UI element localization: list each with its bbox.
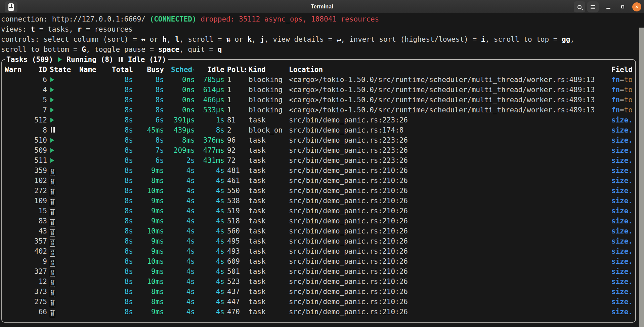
cell-kind: task <box>249 267 286 276</box>
duration-value: 4s <box>186 207 195 215</box>
task-row[interactable]: 27223EB8s10ms4s4s550tasksrc/bin/demo_pan… <box>5 186 633 196</box>
task-row[interactable]: 923EB8s10ms4s4s609tasksrc/bin/demo_panic… <box>5 256 633 266</box>
column-header-sched[interactable]: Sched▵ <box>167 66 195 74</box>
cell-state <box>50 76 77 84</box>
column-header-fields[interactable]: Field <box>606 66 633 74</box>
cell-id: 83 <box>31 217 47 225</box>
cell-id: 15 <box>31 207 47 215</box>
cell-id: 357 <box>31 237 47 245</box>
field-segment: size. <box>611 116 633 124</box>
idle-missing-glyph-icon: 23EB <box>50 310 55 317</box>
column-header-total[interactable]: Total <box>103 66 133 74</box>
column-header-label: ID <box>39 66 47 74</box>
cell-polls: 523 <box>227 278 246 286</box>
task-row[interactable]: 58s8s0ns466µs1blocking<cargo>/tokio-1.50… <box>5 95 633 105</box>
column-header-warn[interactable]: Warn <box>5 66 28 74</box>
terminal-scrollbar[interactable] <box>639 28 644 327</box>
column-header-polls[interactable]: Polls <box>227 66 246 74</box>
idle-missing-glyph-icon: 23EB <box>50 199 55 206</box>
task-row[interactable]: 35923EB8s9ms4s4s481tasksrc/bin/demo_pani… <box>5 166 633 176</box>
field-segment: = <box>620 106 624 114</box>
task-row[interactable]: 68s8s0ns705µs1blocking<cargo>/tokio-1.50… <box>5 75 633 85</box>
task-row[interactable]: 1523EB8s9ms4s4s519tasksrc/bin/demo_panic… <box>5 206 633 216</box>
close-button[interactable]: ✕ <box>632 2 641 11</box>
duration-value: 209ms <box>174 146 195 154</box>
cell-fields: fn=to <box>606 86 633 94</box>
task-row[interactable]: 35723EB8s9ms4s4s495tasksrc/bin/demo_pani… <box>5 236 633 246</box>
duration-value: 10ms <box>147 257 164 265</box>
column-header-name[interactable]: Name <box>79 66 101 74</box>
status-segment: G <box>82 45 86 53</box>
duration-value: 8s <box>156 106 164 114</box>
terminal-content: connection: http://127.0.0.1:6669/ (CONN… <box>0 14 644 327</box>
status-segment: = tasks, <box>35 25 77 33</box>
status-segment: , scroll = <box>179 35 226 43</box>
column-header-state[interactable]: State <box>50 66 77 74</box>
cell-fields: size. <box>606 267 633 276</box>
column-header-busy[interactable]: Busy <box>136 66 164 74</box>
maximize-button[interactable] <box>618 3 627 11</box>
running-play-icon <box>50 108 54 112</box>
menu-button[interactable] <box>587 1 599 12</box>
task-row[interactable]: 40223EB8s9ms4s4s493tasksrc/bin/demo_pani… <box>5 246 633 256</box>
cell-fields: size. <box>606 116 633 124</box>
search-button[interactable] <box>574 1 585 12</box>
task-row[interactable]: 5108s8s8ms376ms96tasksrc/bin/demo_panic.… <box>5 135 633 145</box>
cell-polls: 1 <box>227 76 246 84</box>
status-line: connection: http://127.0.0.1:6669/ (CONN… <box>1 14 637 24</box>
cell-sched: 0ns <box>167 106 195 114</box>
cell-busy: 6s <box>136 116 164 124</box>
column-header-idle[interactable]: Idle <box>198 66 224 74</box>
task-row[interactable]: 10223EB8s8ms4s4s461tasksrc/bin/demo_pani… <box>5 176 633 186</box>
task-row[interactable]: 37323EB8s8ms4s4s437tasksrc/bin/demo_pani… <box>5 287 633 297</box>
field-segment: to <box>624 106 633 114</box>
cell-idle: 4s <box>198 288 224 296</box>
duration-value: 8s <box>125 257 133 265</box>
field-segment: size. <box>611 167 633 175</box>
column-header-location[interactable]: Location <box>289 66 604 74</box>
task-row[interactable]: 1223EB8s10ms4s4s523tasksrc/bin/demo_pani… <box>5 277 633 287</box>
cell-polls: 81 <box>227 116 246 124</box>
cell-sched: 4s <box>167 278 195 286</box>
task-row[interactable]: 48s8s0ns614µs1blocking<cargo>/tokio-1.50… <box>5 85 633 95</box>
task-row[interactable]: 78s8s0ns533µs1blocking<cargo>/tokio-1.50… <box>5 105 633 115</box>
cell-location: <cargo>/tokio-1.50.0/src/runtime/schedul… <box>289 86 604 94</box>
task-row[interactable]: 10923EB8s9ms4s4s538tasksrc/bin/demo_pani… <box>5 196 633 206</box>
cell-kind: task <box>249 136 286 144</box>
column-header-label: Polls <box>227 66 246 74</box>
task-row[interactable]: 88s45ms439µs8s2block_onsrc/bin/demo_pani… <box>5 125 633 135</box>
tasks-table-body: 68s8s0ns705µs1blocking<cargo>/tokio-1.50… <box>5 75 633 317</box>
cell-idle: 533µs <box>198 106 224 114</box>
task-row[interactable]: 5128s6s391µs1s81tasksrc/bin/demo_panic.r… <box>5 115 633 125</box>
cell-sched: 4s <box>167 167 195 175</box>
cell-polls: 72 <box>227 156 246 165</box>
duration-value: 391µs <box>174 116 195 124</box>
duration-value: 8s <box>125 106 133 114</box>
column-header-kind[interactable]: Kind <box>249 66 286 74</box>
task-row[interactable]: 5118s6s2s431ms72tasksrc/bin/demo_panic.r… <box>5 155 633 166</box>
duration-value: 4s <box>186 288 195 296</box>
duration-value: 8s <box>125 288 133 296</box>
task-row[interactable]: 27523EB8s8ms4s4s447tasksrc/bin/demo_pani… <box>5 297 633 307</box>
cell-fields: size. <box>606 237 633 245</box>
duration-value: 4s <box>216 207 224 215</box>
task-row[interactable]: 8323EB8s9ms4s4s518tasksrc/bin/demo_panic… <box>5 216 633 226</box>
task-row[interactable]: 32723EB8s9ms4s4s501tasksrc/bin/demo_pani… <box>5 266 633 277</box>
cell-sched: 4s <box>167 257 195 265</box>
cell-polls: 493 <box>227 247 246 255</box>
minimize-button[interactable] <box>604 3 613 11</box>
duration-value: 4s <box>186 177 195 185</box>
duration-value: 9ms <box>151 197 164 205</box>
cell-sched: 439µs <box>167 126 195 134</box>
column-header-id[interactable]: ID <box>31 66 47 74</box>
task-row[interactable]: 4323EB8s10ms4s4s560tasksrc/bin/demo_pani… <box>5 226 633 236</box>
cell-fields: size. <box>606 288 633 296</box>
cell-state: 23EB <box>50 175 77 186</box>
running-play-icon <box>50 118 54 122</box>
task-row[interactable]: 6623EB8s9ms4s4s470tasksrc/bin/demo_panic… <box>5 307 633 317</box>
cell-polls: 1 <box>227 96 246 104</box>
cell-polls: 501 <box>227 267 246 276</box>
cell-polls: 96 <box>227 136 246 144</box>
duration-value: 8s <box>125 197 133 205</box>
task-row[interactable]: 5098s7s209ms477ms92tasksrc/bin/demo_pani… <box>5 145 633 155</box>
